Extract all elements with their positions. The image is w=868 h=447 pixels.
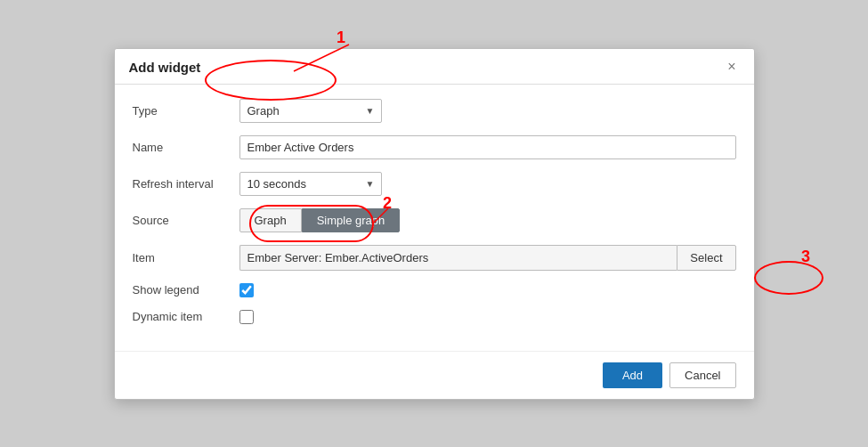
cancel-button[interactable]: Cancel: [669, 362, 735, 388]
refresh-row: Refresh interval 5 seconds 10 seconds 30…: [133, 172, 736, 196]
select-item-button[interactable]: Select: [677, 245, 735, 271]
refresh-control: 5 seconds 10 seconds 30 seconds 1 minute…: [239, 172, 736, 196]
interval-select-wrapper: 5 seconds 10 seconds 30 seconds 1 minute…: [239, 172, 382, 196]
name-input[interactable]: [239, 135, 736, 159]
refresh-label: Refresh interval: [133, 177, 239, 191]
add-button[interactable]: Add: [603, 362, 662, 388]
interval-select[interactable]: 5 seconds 10 seconds 30 seconds 1 minute: [239, 172, 382, 196]
legend-checkbox[interactable]: [239, 283, 254, 297]
type-control: Graph Chart Table Text ▼: [239, 99, 736, 123]
source-graph-button[interactable]: Graph: [239, 208, 302, 232]
dialog-header: Add widget ×: [115, 49, 754, 85]
source-buttons-group: Graph Simple graph: [239, 208, 736, 232]
dialog-overlay: Add widget × Type Graph Chart Table Text…: [0, 0, 868, 447]
item-row-inner: Ember Server: Ember.ActiveOrders Select: [239, 245, 736, 271]
dynamic-row: Dynamic item: [133, 310, 736, 324]
item-label: Item: [133, 251, 239, 264]
item-control: Ember Server: Ember.ActiveOrders Select: [239, 245, 736, 271]
source-control: Graph Simple graph: [239, 208, 736, 232]
name-control: [239, 135, 736, 159]
legend-control: [239, 283, 736, 297]
dynamic-checkbox-wrapper: [239, 310, 736, 324]
annotation-1: 1: [337, 28, 345, 47]
close-button[interactable]: ×: [724, 60, 739, 74]
type-row: Type Graph Chart Table Text ▼: [133, 99, 736, 123]
item-value: Ember Server: Ember.ActiveOrders: [239, 245, 677, 271]
source-simple-graph-button[interactable]: Simple graph: [302, 208, 401, 232]
legend-checkbox-wrapper: [239, 283, 736, 297]
dialog-title: Add widget: [129, 60, 201, 75]
name-label: Name: [133, 141, 239, 154]
dynamic-label: Dynamic item: [133, 310, 239, 323]
legend-row: Show legend: [133, 283, 736, 297]
legend-label: Show legend: [133, 283, 239, 297]
type-select-wrapper: Graph Chart Table Text ▼: [239, 99, 382, 123]
add-widget-dialog: Add widget × Type Graph Chart Table Text…: [114, 48, 755, 400]
name-row: Name: [133, 135, 736, 159]
type-select[interactable]: Graph Chart Table Text: [239, 99, 382, 123]
dynamic-control: [239, 310, 736, 324]
type-label: Type: [133, 104, 239, 118]
source-row: Source Graph Simple graph: [133, 208, 736, 232]
item-row: Item Ember Server: Ember.ActiveOrders Se…: [133, 245, 736, 271]
annotation-circle-3: [754, 261, 823, 295]
dynamic-checkbox[interactable]: [239, 310, 254, 324]
dialog-footer: Add Cancel: [115, 351, 754, 399]
source-label: Source: [133, 214, 239, 227]
dialog-body: Type Graph Chart Table Text ▼ Name: [115, 85, 754, 351]
annotation-3: 3: [801, 248, 810, 266]
